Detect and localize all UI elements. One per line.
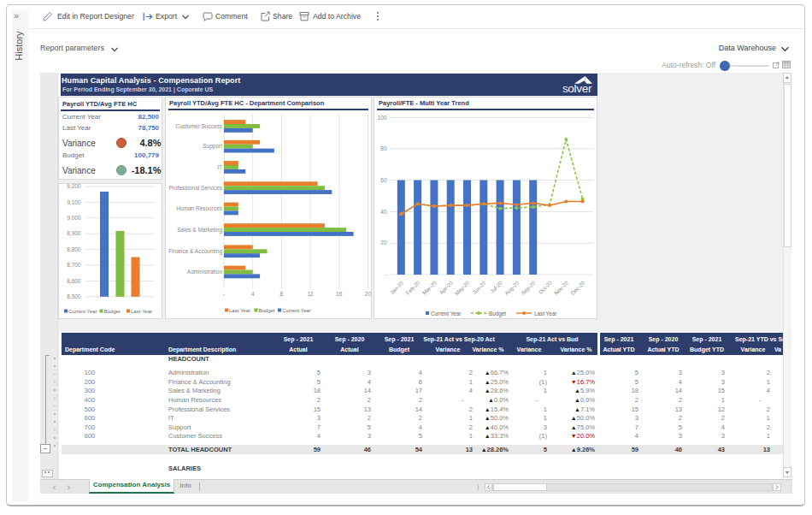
svg-text:IT: IT	[217, 164, 222, 170]
svg-text:9,200: 9,200	[67, 184, 81, 189]
svg-text:Administration: Administration	[187, 269, 223, 275]
svg-text:Jun-20: Jun-20	[471, 279, 487, 295]
svg-text:40: 40	[380, 209, 387, 215]
svg-text:100: 100	[378, 115, 387, 121]
svg-text:Current Year: Current Year	[68, 308, 97, 313]
svg-text:9,100: 9,100	[67, 198, 81, 204]
svg-text:Budget: Budget	[489, 311, 506, 317]
svg-text:Sep-20: Sep-20	[520, 279, 537, 296]
svg-text:8,900: 8,900	[67, 230, 81, 236]
svg-text:Dec-20: Dec-20	[569, 279, 586, 296]
svg-text:20: 20	[365, 291, 372, 297]
svg-text:Human Resources: Human Resources	[176, 205, 223, 211]
svg-text:Jan-20: Jan-20	[388, 279, 404, 295]
svg-text:8: 8	[280, 291, 284, 297]
svg-text:-: -	[223, 291, 225, 297]
svg-text:Apr-20: Apr-20	[438, 279, 455, 295]
svg-text:20: 20	[380, 240, 387, 246]
svg-text:-: -	[385, 271, 386, 277]
svg-text:9,000: 9,000	[67, 215, 81, 221]
svg-text:Jul-20: Jul-20	[489, 279, 503, 293]
svg-text:8,600: 8,600	[67, 277, 81, 283]
svg-text:Professional Services: Professional Services	[169, 185, 223, 191]
svg-text:8,500: 8,500	[67, 293, 81, 299]
svg-text:Budget: Budget	[104, 308, 121, 313]
svg-text:May-20: May-20	[453, 279, 471, 297]
svg-text:Customer Success: Customer Success	[175, 123, 222, 129]
svg-text:Oct-20: Oct-20	[537, 279, 553, 295]
svg-text:Last Year: Last Year	[229, 308, 250, 313]
svg-text:16: 16	[336, 291, 343, 297]
svg-text:Aug-20: Aug-20	[503, 279, 521, 296]
svg-text:12: 12	[307, 291, 314, 297]
svg-text:Support: Support	[203, 143, 222, 150]
svg-text:Budget: Budget	[259, 308, 275, 313]
svg-text:80: 80	[380, 145, 387, 151]
svg-text:Current Year: Current Year	[431, 311, 461, 317]
svg-text:Current Year: Current Year	[282, 308, 311, 313]
svg-text:solver: solver	[562, 82, 592, 95]
svg-text:Mar-20: Mar-20	[421, 279, 438, 295]
svg-text:Feb-20: Feb-20	[404, 279, 421, 295]
svg-text:Sales & Marketing: Sales & Marketing	[177, 227, 222, 234]
svg-text:8,700: 8,700	[67, 262, 81, 268]
svg-text:4: 4	[251, 291, 255, 297]
svg-text:Finance & Accounting: Finance & Accounting	[168, 248, 222, 255]
svg-text:8,800: 8,800	[67, 246, 81, 252]
svg-text:Last Year: Last Year	[131, 308, 152, 313]
svg-text:Nov-20: Nov-20	[553, 279, 570, 296]
svg-text:Last Year: Last Year	[534, 311, 556, 317]
svg-text:60: 60	[380, 177, 387, 183]
